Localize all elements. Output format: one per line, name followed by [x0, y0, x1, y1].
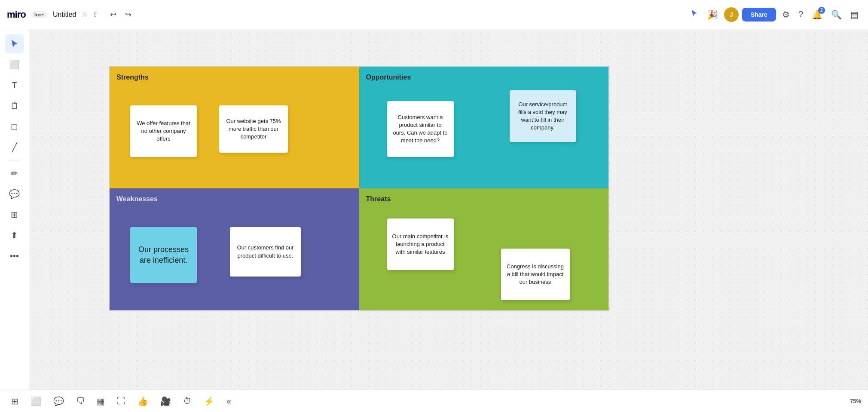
pen-tool-button[interactable]: ✏	[5, 164, 24, 183]
doc-title[interactable]: Untitled	[53, 11, 76, 18]
weakness-note-1[interactable]: Our processes are inefficient.	[130, 227, 197, 283]
free-badge: free·	[31, 11, 48, 18]
strength-note-2[interactable]: Our website gets 75% more traffic than o…	[219, 105, 288, 153]
opportunity-note-1[interactable]: Customers want a product similar to ours…	[387, 101, 454, 157]
more-tool-button[interactable]: •••	[5, 246, 24, 265]
main-area: ⬜ T 🗒 ◻ ╱ ✏ 💬 ⊞ ⬆ ••• Strengths We offer…	[0, 29, 868, 390]
star-icon[interactable]: ☆	[81, 10, 87, 18]
frame-list-button[interactable]: ⬜	[26, 394, 46, 409]
help-icon-button[interactable]: ?	[796, 7, 806, 22]
timer-button[interactable]: ⏱	[179, 394, 196, 409]
threats-label: Threats	[366, 195, 602, 203]
undo-redo-group: ↩ ↪	[107, 8, 135, 21]
like-button[interactable]: 👍	[133, 394, 153, 409]
speech-bubble-button[interactable]: 🗨	[72, 394, 89, 409]
opportunities-label: Opportunities	[366, 74, 602, 81]
settings-icon-button[interactable]: ⚙	[779, 7, 792, 22]
strengths-quadrant: Strengths We offer features that no othe…	[110, 67, 359, 188]
text-tool-button[interactable]: T	[5, 76, 24, 95]
comment-tool-button[interactable]: 💬	[5, 184, 24, 203]
select-tool-button[interactable]	[5, 34, 24, 53]
embed-button[interactable]: ⛶	[113, 394, 130, 409]
bottom-toolbar: ⊞ ⬜ 💬 🗨 ▦ ⛶ 👍 🎥 ⏱ ⚡ « 75%	[0, 390, 868, 412]
topbar-right: 🎉 J Share ⚙ ? 🔔 2 🔍 ▤	[688, 6, 861, 22]
weakness-note-2[interactable]: Our customers find our product difficult…	[230, 227, 301, 277]
topbar: miro free· Untitled ☆ ⇧ ↩ ↪ 🎉 J Share ⚙ …	[0, 0, 868, 29]
table-button[interactable]: ▦	[92, 394, 109, 409]
collapse-button[interactable]: «	[222, 394, 235, 409]
opportunity-note-2[interactable]: Our service/product fills a void they ma…	[510, 90, 576, 142]
strengths-label: Strengths	[116, 74, 352, 81]
zoom-level: 75%	[850, 398, 861, 404]
panel-icon-button[interactable]: ▤	[848, 7, 861, 22]
party-icon-button[interactable]: 🎉	[705, 7, 721, 22]
threats-quadrant: Threats Our main competitor is launching…	[359, 188, 609, 310]
strength-note-1[interactable]: We offer features that no other company …	[130, 105, 197, 157]
upload-icon[interactable]: ⇧	[92, 10, 98, 18]
tool-separator-1	[8, 160, 21, 160]
lightning-button[interactable]: ⚡	[199, 394, 219, 409]
threat-note-2[interactable]: Congress is discussing a bill that would…	[501, 249, 570, 300]
threat-note-1[interactable]: Our main competitor is launching a produ…	[387, 218, 454, 270]
canvas-area[interactable]: Strengths We offer features that no othe…	[29, 29, 868, 390]
share-button[interactable]: Share	[742, 8, 776, 22]
line-tool-button[interactable]: ╱	[5, 138, 24, 157]
sticky-note-tool-button[interactable]: 🗒	[5, 96, 24, 115]
left-toolbar: ⬜ T 🗒 ◻ ╱ ✏ 💬 ⊞ ⬆ •••	[0, 29, 29, 390]
logo: miro	[7, 9, 26, 20]
weaknesses-label: Weaknesses	[116, 195, 352, 203]
undo-button[interactable]: ↩	[107, 8, 120, 21]
upload-tool-button[interactable]: ⬆	[5, 226, 24, 245]
weaknesses-quadrant: Weaknesses Our processes are inefficient…	[110, 188, 359, 310]
swot-board: Strengths We offer features that no othe…	[109, 66, 609, 311]
notifications-icon-button[interactable]: 🔔 2	[809, 7, 825, 22]
frame-add-tool-button[interactable]: ⊞	[5, 205, 24, 224]
grid-tool-button[interactable]: ⊞	[7, 394, 23, 409]
opportunities-quadrant: Opportunities Customers want a product s…	[359, 67, 609, 188]
avatar: J	[724, 7, 739, 22]
frame-tool-button[interactable]: ⬜	[5, 55, 24, 74]
notification-badge: 2	[818, 7, 825, 14]
shape-tool-button[interactable]: ◻	[5, 117, 24, 136]
redo-button[interactable]: ↪	[122, 8, 135, 21]
cursor-tool-button[interactable]	[688, 6, 701, 22]
comment-button[interactable]: 💬	[49, 394, 68, 409]
video-button[interactable]: 🎥	[156, 394, 175, 409]
search-icon-button[interactable]: 🔍	[828, 7, 844, 22]
